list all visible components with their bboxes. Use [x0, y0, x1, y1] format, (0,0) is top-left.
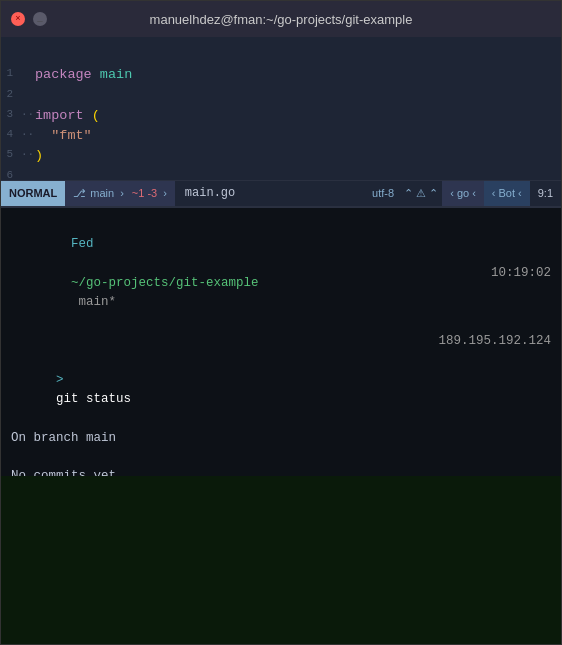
window-title: manuelhdez@fman:~/go-projects/git-exampl…	[150, 12, 413, 27]
term-cmd-line1: > git status	[11, 351, 551, 429]
status-filetype: ‹ go ‹	[442, 181, 484, 206]
status-bar: NORMAL ⎇ main › ~1 -3 › main.go utf-8 ⌃ …	[1, 180, 561, 206]
code-line-4: 4 ·· "fmt"	[1, 126, 561, 146]
status-cursor-position: 9:1	[530, 187, 561, 199]
code-line-2: 2	[1, 86, 561, 106]
status-right: utf-8 ⌃ ⚠ ⌃ ‹ go ‹ ‹ Bot ‹ 9:1	[366, 181, 561, 206]
code-content[interactable]: 1 package main 2 3 ·· import ( 4 ·· "fmt…	[1, 37, 561, 180]
editor-area: 1 package main 2 3 ·· import ( 4 ·· "fmt…	[1, 37, 561, 206]
term-output-empty1	[11, 448, 551, 467]
title-bar: × _ manuelhdez@fman:~/go-projects/git-ex…	[1, 1, 561, 37]
term-user1: Fed	[71, 237, 94, 251]
status-lsp-icons: ⌃ ⚠ ⌃	[400, 187, 442, 200]
term-output-nocommits: No commits yet	[11, 467, 551, 475]
terminal-window: × _ manuelhdez@fman:~/go-projects/git-ex…	[0, 0, 562, 645]
minimize-button[interactable]: _	[33, 12, 47, 26]
status-branch: ⎇ main › ~1 -3 ›	[65, 181, 175, 206]
window-controls: × _	[11, 12, 47, 26]
code-line-3: 3 ·· import (	[1, 106, 561, 126]
terminal-area[interactable]: Fed ~/go-projects/git-example main* 10:1…	[1, 206, 561, 476]
term-session1-header: Fed ~/go-projects/git-example main* 10:1…	[11, 216, 551, 332]
terminal-bottom	[1, 476, 561, 645]
status-filename: main.go	[175, 186, 245, 200]
term-session1-ip-line: 189.195.192.124	[11, 332, 551, 351]
diff-indicator: ~1 -3	[128, 187, 157, 199]
code-line-5: 5 ·· )	[1, 146, 561, 166]
term-output-branch: On branch main	[11, 429, 551, 448]
code-line-6: 6	[1, 167, 561, 180]
close-button[interactable]: ×	[11, 12, 25, 26]
term-ip1: 189.195.192.124	[438, 332, 551, 351]
term-branch1: main*	[71, 295, 116, 309]
status-bot-plugin: ‹ Bot ‹	[484, 181, 530, 206]
term-time1: 10:19:02	[491, 264, 551, 283]
code-line-empty	[1, 45, 561, 65]
branch-name: main	[90, 187, 114, 199]
status-encoding: utf-8	[366, 187, 400, 199]
term-path1: ~/go-projects/git-example	[71, 276, 259, 290]
status-mode: NORMAL	[1, 181, 65, 206]
code-line-1: 1 package main	[1, 65, 561, 85]
term-command1: git status	[56, 392, 131, 406]
